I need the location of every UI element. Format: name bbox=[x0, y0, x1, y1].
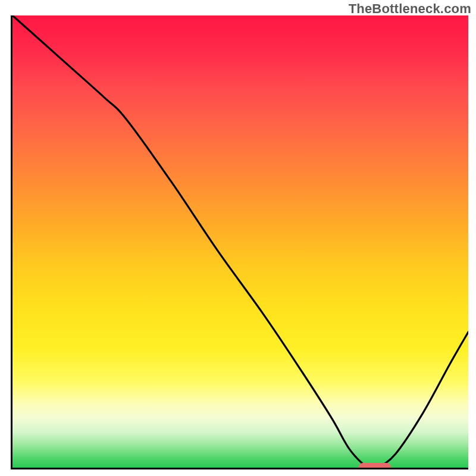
watermark-text: TheBottleneck.com bbox=[349, 1, 471, 17]
bottleneck-curve bbox=[12, 15, 468, 468]
plot-area bbox=[11, 15, 468, 469]
chart-frame: TheBottleneck.com bbox=[0, 0, 476, 476]
optimum-marker bbox=[359, 463, 391, 469]
